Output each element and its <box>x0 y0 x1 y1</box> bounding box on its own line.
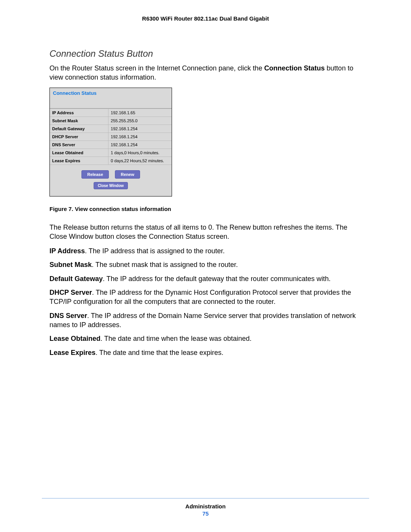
row-value: 192.168.1.254 <box>108 133 172 141</box>
connection-status-table: IP Address 192.168.1.65 Subnet Mask 255.… <box>50 109 172 165</box>
page-footer: Administration 75 <box>42 498 369 517</box>
row-value: 0 days,22 Hours,52 minutes. <box>108 157 172 165</box>
definition-term: Lease Expires <box>49 349 96 356</box>
definition-item: DHCP Server. The IP address for the Dyna… <box>49 288 362 307</box>
row-label: Subnet Mask <box>50 117 108 125</box>
definition-item: Default Gateway. The IP address for the … <box>49 274 362 283</box>
definition-desc: . The date and time when the lease was o… <box>100 335 252 342</box>
row-value: 192.168.1.65 <box>108 109 172 117</box>
table-row: DHCP Server 192.168.1.254 <box>50 133 172 141</box>
intro-bold: Connection Status <box>264 64 325 72</box>
definition-desc: . The IP address for the Dynamic Host Co… <box>49 289 351 305</box>
definition-term: DHCP Server <box>49 289 92 296</box>
row-value: 192.168.1.254 <box>108 141 172 149</box>
table-row: IP Address 192.168.1.65 <box>50 109 172 117</box>
definition-desc: . The date and time that the lease expir… <box>96 349 223 356</box>
connection-status-dialog: Connection Status IP Address 192.168.1.6… <box>49 88 172 197</box>
definition-desc: . The IP address for the default gateway… <box>103 275 331 283</box>
definition-desc: . The IP address that is assigned to the… <box>85 247 225 255</box>
dialog-title: Connection Status <box>50 88 172 109</box>
table-row: Default Gateway 192.168.1.254 <box>50 125 172 133</box>
section-title: Connection Status Button <box>49 48 362 59</box>
definition-term: DNS Server <box>49 312 87 320</box>
dialog-button-row: Release Renew Close Window <box>50 165 172 196</box>
row-label: IP Address <box>50 109 108 117</box>
table-row: DNS Server 192.168.1.254 <box>50 141 172 149</box>
row-label: Default Gateway <box>50 125 108 133</box>
definition-term: IP Address <box>49 247 85 255</box>
row-value: 1 days,0 Hours,0 minutes. <box>108 149 172 157</box>
definition-desc: . The IP address of the Domain Name Serv… <box>49 312 356 329</box>
row-label: Lease Expires <box>50 157 108 165</box>
row-label: DHCP Server <box>50 133 108 141</box>
definition-term: Subnet Mask <box>49 261 92 268</box>
definition-item: Lease Obtained. The date and time when t… <box>49 334 362 343</box>
figure-caption: Figure 7. View connection status informa… <box>49 206 362 212</box>
definition-item: IP Address. The IP address that is assig… <box>49 246 362 256</box>
definition-desc: . The subnet mask that is assigned to th… <box>92 261 238 268</box>
intro-paragraph: On the Router Status screen in the Inter… <box>49 64 362 82</box>
definition-item: Lease Expires. The date and time that th… <box>49 348 362 357</box>
intro-before: On the Router Status screen in the Inter… <box>49 64 264 72</box>
footer-page-number: 75 <box>42 510 369 517</box>
table-row: Lease Obtained 1 days,0 Hours,0 minutes. <box>50 149 172 157</box>
definition-term: Default Gateway <box>49 275 103 283</box>
row-value: 255.255.255.0 <box>108 117 172 125</box>
table-row: Lease Expires 0 days,22 Hours,52 minutes… <box>50 157 172 165</box>
release-button[interactable]: Release <box>81 170 109 179</box>
close-window-button[interactable]: Close Window <box>94 182 128 189</box>
definition-item: DNS Server. The IP address of the Domain… <box>49 311 362 330</box>
renew-button[interactable]: Renew <box>115 170 140 179</box>
footer-section-label: Administration <box>42 503 369 510</box>
post-figure-paragraph: The Release button returns the status of… <box>49 223 362 241</box>
row-label: Lease Obtained <box>50 149 108 157</box>
row-value: 192.168.1.254 <box>108 125 172 133</box>
document-header: R6300 WiFi Router 802.11ac Dual Band Gig… <box>49 15 362 22</box>
table-row: Subnet Mask 255.255.255.0 <box>50 117 172 125</box>
definition-item: Subnet Mask. The subnet mask that is ass… <box>49 260 362 269</box>
definition-term: Lease Obtained <box>49 335 100 342</box>
row-label: DNS Server <box>50 141 108 149</box>
manual-page: R6300 WiFi Router 802.11ac Dual Band Gig… <box>0 0 411 532</box>
